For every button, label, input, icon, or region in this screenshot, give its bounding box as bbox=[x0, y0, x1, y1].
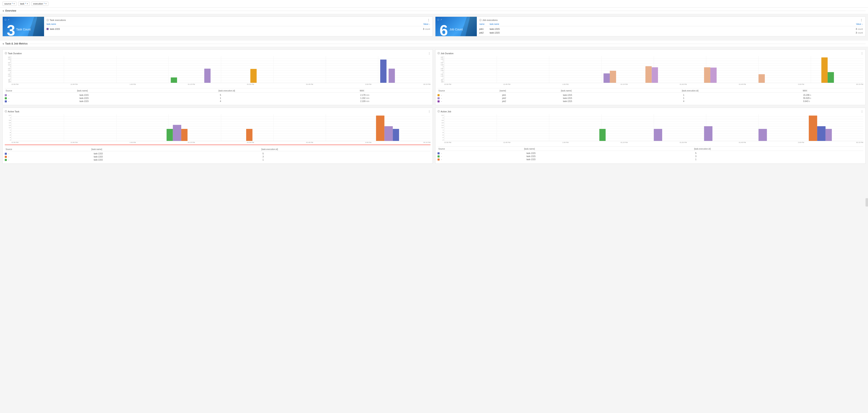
active-job-panel: ⓘ Active Job ⋮ 2.2 2 1.8 1.6 1.4 1.2 1 .… bbox=[435, 108, 866, 164]
task-count-table-header: ⓘ Task executions ⋮ bbox=[46, 19, 430, 22]
svg-rect-17 bbox=[171, 78, 177, 83]
task-duration-chart-inner bbox=[11, 56, 431, 83]
svg-rect-71 bbox=[393, 129, 399, 141]
task-duration-legend-row-3: - task-1315 4 2.109 min bbox=[5, 100, 431, 103]
metrics-section-header[interactable]: ∨ Task & Job Metrics bbox=[0, 40, 868, 47]
job-count-icons: ⓘ ⤢ bbox=[437, 19, 442, 21]
task-duration-title: ⓘ Task Duration bbox=[5, 52, 22, 55]
job-table-cols: name task.name Value ↓ bbox=[479, 23, 863, 26]
job-count-label: Job Count bbox=[435, 28, 477, 31]
task-duration-x-axis: 12:30 PM 12:45 PM 1:00 PM 01:15 PM 01:30… bbox=[5, 83, 431, 87]
job-count-info-icon[interactable]: ⓘ bbox=[437, 19, 439, 21]
overview-section: ∨ Overview ⓘ ⤢ 3 Task Count ⓘ Task exe bbox=[0, 8, 868, 39]
task-filter-chevron: ▾ bbox=[27, 3, 28, 5]
metrics-section: ∨ Task & Job Metrics ⓘ Task Duration ⋮ 4… bbox=[0, 40, 868, 166]
task-count-info-icon[interactable]: ⓘ bbox=[4, 19, 6, 21]
task-executions-menu[interactable]: ⋮ bbox=[427, 19, 430, 22]
task-duration-menu[interactable]: ⋮ bbox=[428, 52, 431, 55]
svg-rect-92 bbox=[758, 129, 767, 141]
job-count-link-icon[interactable]: ⤢ bbox=[440, 19, 442, 21]
job-duration-x-axis: 12:30 PM 12:45 PM 1:00 PM 01:15 PM 01:30… bbox=[437, 83, 863, 87]
job-table-row-1: job1 task-1315 3 count bbox=[479, 27, 863, 31]
overview-title: Overview bbox=[5, 9, 16, 12]
active-task-panel: ⓘ Active Task ⋮ 2.2 2 1.8 1.6 1.4 1.2 1 … bbox=[2, 108, 433, 164]
svg-rect-67 bbox=[181, 129, 187, 141]
job-duration-legend-header: Source [name] [task.name] [task.executio… bbox=[437, 90, 863, 93]
task-duration-y-axis: 4.67 4.33 4 3.67 3.33 3 2.67 2.33 2 1.67… bbox=[5, 56, 11, 83]
job-count-panel: ⓘ ⤢ 6 Job Count ⓘ Job executions ⋮ name bbox=[435, 17, 866, 36]
active-task-svg bbox=[11, 114, 431, 141]
task-duration-svg bbox=[11, 56, 431, 83]
task-count-table: ⓘ Task executions ⋮ task.name Value ↓ t bbox=[44, 17, 433, 36]
job-row2-name: job2 bbox=[479, 31, 490, 34]
active-task-title: ⓘ Active Task bbox=[5, 110, 19, 113]
active-task-x-axis: 12:30 PM 12:45 PM 1:00 PM 01:15 PM 01:30… bbox=[5, 141, 431, 145]
svg-rect-18 bbox=[205, 69, 211, 83]
execution-filter-wildcard: * bbox=[44, 2, 45, 5]
source-filter-label: source bbox=[4, 2, 11, 5]
metrics-content: ⓘ Task Duration ⋮ 4.67 4.33 4 3.67 3.33 … bbox=[0, 47, 868, 166]
svg-rect-93 bbox=[809, 115, 817, 141]
job-duration-title: ⓘ Job Duration bbox=[437, 52, 454, 55]
active-task-header: ⓘ Active Task ⋮ bbox=[5, 110, 431, 113]
overview-chevron: ∨ bbox=[2, 10, 4, 12]
svg-rect-94 bbox=[817, 126, 826, 141]
job-count-table: ⓘ Job executions ⋮ name task.name Value … bbox=[477, 17, 865, 36]
execution-filter-chevron: ▾ bbox=[45, 3, 46, 5]
job-duration-menu[interactable]: ⋮ bbox=[861, 52, 863, 55]
job-duration-legend-row-1: - job1 task-1315 1 15.206 s bbox=[437, 93, 863, 97]
task-filter-label: task bbox=[20, 2, 24, 5]
active-job-menu[interactable]: ⋮ bbox=[861, 110, 863, 113]
active-job-legend-row-1: - task-1315 5 bbox=[437, 152, 863, 155]
active-job-legend-row-3: - task-1315 1 bbox=[437, 158, 863, 161]
active-job-legend-row-2: - task-1315 3 bbox=[437, 155, 863, 158]
active-task-legend-header: Source [task.name] [task.execution.id] bbox=[5, 148, 431, 151]
job-col-value: Value ↓ bbox=[856, 23, 863, 25]
job-col-task: task.name bbox=[490, 23, 856, 25]
active-task-chart: 2.2 2 1.8 1.6 1.4 1.2 1 .8 .6 .4 .2 bbox=[5, 114, 431, 141]
svg-rect-44 bbox=[710, 67, 717, 83]
task-duration-legend-header: Source [task.name] [task.execution.id] M… bbox=[5, 90, 431, 93]
svg-rect-89 bbox=[599, 129, 606, 141]
job-duration-legend-row-2: - job2 task-1315 1 55.929 s bbox=[437, 97, 863, 100]
svg-rect-69 bbox=[376, 115, 384, 141]
active-job-legend-header: Source [task.name] [task.execution.id] bbox=[437, 148, 863, 151]
active-job-x-axis: 12:30 PM 12:45 PM 1:00 PM 01:15 PM 01:30… bbox=[437, 141, 863, 145]
job-duration-info-icon: ⓘ bbox=[437, 52, 440, 55]
task-col-name: task.name bbox=[46, 23, 423, 25]
task-count-label: Task Count bbox=[3, 28, 44, 31]
job-col-name: name bbox=[479, 23, 490, 25]
job-row1-value: 3 count bbox=[856, 28, 863, 30]
task-filter-wildcard: * bbox=[25, 2, 26, 5]
overview-section-header[interactable]: ∨ Overview bbox=[0, 8, 868, 14]
source-filter[interactable]: source * ▾ bbox=[2, 2, 17, 6]
task-table-row: task-1315 3 count bbox=[46, 27, 430, 31]
execution-filter-label: execution bbox=[33, 2, 43, 5]
svg-rect-39 bbox=[603, 73, 610, 83]
job-duration-chart-inner bbox=[444, 56, 863, 83]
svg-rect-43 bbox=[704, 67, 710, 83]
svg-rect-91 bbox=[704, 126, 713, 141]
active-job-chart: 2.2 2 1.8 1.6 1.4 1.2 1 .8 .6 .4 .2 bbox=[437, 114, 863, 141]
job-executions-menu[interactable]: ⋮ bbox=[860, 19, 863, 22]
task-row-left: task-1315 bbox=[46, 28, 423, 30]
job-duration-svg bbox=[444, 56, 863, 83]
task-duration-legend-row-1: - task-1315 5 2.178 min bbox=[5, 93, 431, 97]
active-task-y-axis: 2.2 2 1.8 1.6 1.4 1.2 1 .8 .6 .4 .2 bbox=[5, 114, 11, 141]
task-filter[interactable]: task * ▾ bbox=[18, 2, 30, 6]
execution-filter[interactable]: execution * ▾ bbox=[31, 2, 49, 6]
active-task-menu[interactable]: ⋮ bbox=[428, 110, 431, 113]
job-duration-y-axis: 4.67 4.33 4 3.67 3.33 3 2.67 2.33 2 1.67… bbox=[437, 56, 444, 83]
svg-rect-95 bbox=[826, 129, 832, 141]
job-count-visual: ⓘ ⤢ 6 Job Count bbox=[435, 17, 477, 36]
active-task-legend: Source [task.name] [task.execution.id] -… bbox=[5, 147, 431, 161]
job-executions-info: ⓘ bbox=[479, 19, 482, 22]
active-task-chart-inner bbox=[11, 114, 431, 141]
active-task-legend-row-3: - task-1315 1 bbox=[5, 158, 431, 161]
active-task-info-icon: ⓘ bbox=[5, 110, 7, 113]
active-task-legend-row-2: - task-1315 3 bbox=[5, 155, 431, 158]
task-col-value: Value ↓ bbox=[423, 23, 430, 25]
active-job-svg bbox=[444, 114, 863, 141]
task-table-cols: task.name Value ↓ bbox=[46, 23, 430, 26]
task-count-link-icon[interactable]: ⤢ bbox=[8, 19, 9, 21]
